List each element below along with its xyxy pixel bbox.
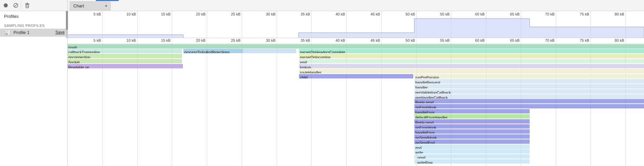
gridline-dotted: [521, 44, 521, 166]
delete-profile-button[interactable]: [23, 0, 32, 11]
overview-tick-label: 55 kB: [430, 12, 450, 16]
flame-bar-onSendEnd[interactable]: onSendEnd: [414, 139, 530, 144]
flame-bar-lookup[interactable]: lookup: [299, 64, 644, 68]
flame-chart[interactable]: (root)callbackTrampolineprocessTicksAndR…: [67, 44, 644, 166]
gridline-dotted: [102, 11, 103, 38]
flame-bar-handleRequest[interactable]: handleRequest: [414, 79, 644, 84]
record-button[interactable]: [1, 0, 10, 11]
flame-bar-processTicksAndRejections[interactable]: processTicksAndRejections: [183, 49, 243, 53]
sidebar-title: Profiles: [4, 14, 18, 19]
flame-bar-_send[interactable]: _send: [414, 154, 530, 159]
flame-bar-parserOnIncoming[interactable]: parserOnIncoming: [299, 54, 644, 58]
gridline-dotted: [626, 11, 626, 38]
gridline: [591, 38, 591, 43]
gridline-dotted: [521, 11, 521, 38]
gridline: [311, 38, 312, 43]
flame-bar-handleError[interactable]: handleError: [414, 109, 530, 113]
flame-bar-end[interactable]: end: [414, 144, 530, 149]
flame-bar-Socket[interactable]: Socket: [67, 59, 182, 63]
flame-bar-onSendHook[interactable]: onSendHook: [414, 134, 530, 139]
flame-bar-parserOnHeadersComplete[interactable]: parserOnHeadersComplete: [299, 49, 644, 53]
profile-name: Profile 1: [13, 30, 30, 35]
overview-tick-label: 30 kB: [256, 12, 275, 16]
flame-bar-label: Reply.send: [414, 100, 433, 103]
flame-bar-label: callbackTrampoline: [67, 50, 100, 53]
gridline: [137, 38, 138, 43]
profile-save-link[interactable]: Save: [55, 30, 65, 35]
gridline-dotted: [242, 11, 242, 38]
flame-bar-label: lookup: [299, 65, 311, 68]
gridline: [102, 38, 103, 43]
flame-bar-handler[interactable]: handler: [414, 84, 644, 89]
flame-bar-write_[interactable]: write_: [414, 149, 530, 154]
gridline-dotted: [311, 44, 312, 166]
allocation-overview-pane[interactable]: 5 kB10 kB15 kB20 kB25 kB30 kB35 kB40 kB4…: [67, 11, 644, 38]
flame-bar-runPreParsing[interactable]: runPreParsing: [414, 74, 644, 78]
overview-tick-label: 75 kB: [570, 12, 589, 16]
ruler-tick-label: 30 kB: [256, 38, 275, 42]
ruler-tick-label: 5 kB: [81, 38, 101, 42]
gridline-dotted: [626, 44, 626, 166]
gridline: [521, 38, 521, 43]
overview-tick-label: 40 kB: [326, 12, 345, 16]
overview-scrollbar[interactable]: [66, 11, 68, 38]
flame-bar-Reply.send[interactable]: Reply.send: [414, 119, 530, 124]
flame-bar-_writeRaw[interactable]: _writeRaw: [414, 159, 530, 164]
gridline-dotted: [346, 11, 347, 38]
overview-tick-label: 35 kB: [291, 12, 310, 16]
gridline-dotted: [451, 44, 451, 166]
flame-bar-preHandlerCallback[interactable]: preHandlerCallback: [414, 94, 644, 99]
heap-profile-icon: %: [5, 30, 11, 36]
flame-bar-label: runPreParsing: [414, 75, 439, 78]
overview-tick-label: 70 kB: [535, 12, 555, 16]
gridline-dotted: [451, 11, 451, 38]
flame-bar-label: onErrorHook: [414, 126, 436, 129]
flame-bar-label: Socket: [67, 60, 80, 63]
clear-button[interactable]: [11, 0, 20, 11]
sidebar-item-profile-1[interactable]: % Profile 1 Save: [0, 29, 67, 37]
flame-bar-defaultErrorHandler[interactable]: defaultErrorHandler: [414, 114, 530, 119]
gridline: [556, 38, 556, 43]
gridline: [346, 38, 347, 43]
gridline-dotted: [102, 44, 103, 166]
overview-scrollbar-thumb[interactable]: [66, 11, 68, 30]
ruler-tick-label: 40 kB: [326, 38, 345, 42]
flame-bar-onconnection[interactable]: onconnection: [67, 54, 182, 58]
flame-bar-label: processTicksAndRejections: [183, 50, 230, 53]
overview-tick-label: 10 kB: [116, 12, 136, 16]
flame-bar-label: handleError: [414, 131, 434, 134]
flame-bar-(root)[interactable]: (root): [67, 44, 644, 48]
block-icon: [13, 3, 18, 8]
flame-bar-routeHandler[interactable]: routeHandler: [299, 69, 644, 73]
flame-bar-label: _writeRaw: [414, 161, 432, 164]
flame-bar-callbackTrampoline[interactable]: callbackTrampoline: [67, 49, 182, 53]
flame-bar-child[interactable]: child: [299, 74, 413, 78]
ruler-tick-label: 60 kB: [465, 38, 485, 42]
active-tab-underline: [96, 0, 119, 1]
flame-bar-Reply.send[interactable]: Reply.send: [414, 99, 644, 103]
flame-bar-Readable.on[interactable]: Readable.on: [67, 64, 183, 68]
gridline-dotted: [207, 11, 207, 38]
gridline-dotted: [416, 11, 417, 38]
ruler-tick-label: 75 kB: [570, 38, 589, 42]
gridline: [626, 38, 626, 43]
flame-bar-onErrorHook[interactable]: onErrorHook: [414, 104, 644, 108]
overview-tick-label: 65 kB: [500, 12, 520, 16]
gridline: [172, 38, 172, 43]
flame-bar-onErrorHook[interactable]: onErrorHook: [414, 124, 530, 129]
gridline-dotted: [207, 44, 207, 166]
overview-tick-label: 25 kB: [221, 12, 240, 16]
flame-bar-label: _send: [414, 156, 425, 159]
flame-bar-label: parserOnHeadersComplete: [299, 50, 345, 53]
ruler-tick-label: 20 kB: [186, 38, 205, 42]
ruler-tick-label: 80 kB: [605, 38, 624, 42]
flame-bar-preValidationCallback[interactable]: preValidationCallback: [414, 89, 644, 94]
gridline: [486, 38, 486, 43]
chevron-down-icon: ▼: [105, 4, 108, 8]
flame-bar-handleError[interactable]: handleError: [414, 129, 530, 134]
flame-bar-emit[interactable]: emit: [299, 59, 644, 63]
view-mode-select[interactable]: Chart ▼: [70, 1, 111, 10]
gridline-dotted: [277, 44, 277, 166]
heap-profiler-panel: Chart ▼ Profiles SAMPLING PROFILES % Pro…: [0, 0, 644, 166]
flame-bar-unlabeled[interactable]: [243, 49, 296, 53]
